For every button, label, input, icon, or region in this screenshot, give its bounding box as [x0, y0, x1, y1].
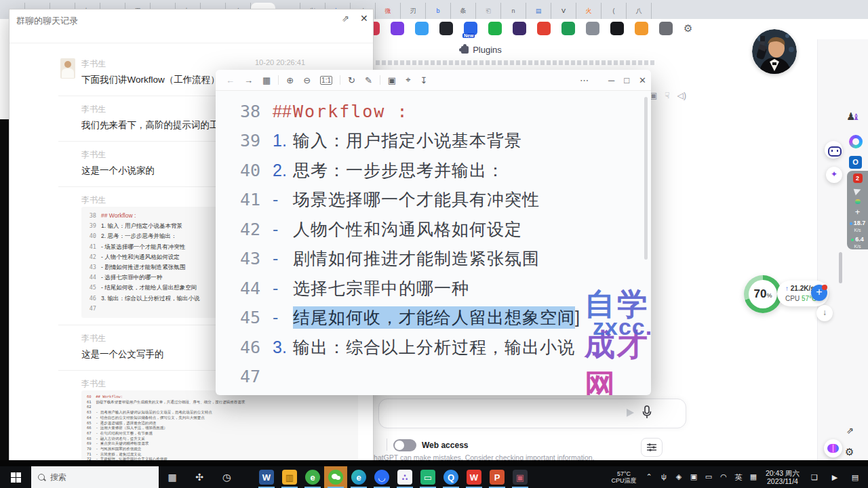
speaker-icon[interactable]: ◁) — [677, 91, 686, 100]
widget-plus-button[interactable]: + — [811, 285, 827, 301]
model-label: Plugins — [473, 45, 502, 55]
extension-icon[interactable] — [561, 22, 575, 35]
workflow-code-block-small: 60 ## Workflow: 61 协助下载希望要帮助用户生成精美的文章，共通… — [81, 390, 358, 472]
browser-tab[interactable]: V — [551, 3, 576, 19]
chevron-up-icon[interactable]: ⌃ — [642, 472, 656, 483]
powerpoint-taskbar-button[interactable]: P — [486, 466, 509, 488]
brain-extension-button[interactable] — [824, 439, 842, 458]
meeting-taskbar-button[interactable]: ∴ — [393, 466, 416, 488]
extension-icon[interactable] — [488, 22, 502, 35]
watermark-char: c — [618, 314, 632, 340]
browser-tab[interactable]: b — [426, 3, 451, 19]
extension-icon[interactable] — [586, 22, 599, 35]
shield-icon[interactable]: ◈ — [671, 472, 686, 483]
ime-grid-icon[interactable]: ▦ — [746, 472, 761, 483]
extension-icon[interactable]: New — [464, 22, 477, 35]
extensions-gear-icon[interactable]: ⚙ — [684, 22, 692, 35]
wps-taskbar-button[interactable]: W — [462, 466, 486, 488]
widgets-icon[interactable]: ✣ — [186, 466, 213, 488]
more-icon[interactable]: ⋯ — [580, 75, 589, 85]
collapse-down-button[interactable]: ↓ — [816, 305, 833, 321]
viewer-scrollbar[interactable] — [644, 97, 648, 260]
open-external-icon[interactable]: ⇗ — [846, 426, 854, 436]
close-icon[interactable]: ✕ — [639, 75, 646, 85]
browser-tab[interactable]: 火 — [576, 3, 601, 19]
maximize-icon[interactable]: □ — [624, 75, 629, 85]
microphone-icon[interactable] — [642, 405, 652, 422]
ocr-icon[interactable]: ⌖ — [406, 75, 410, 85]
web-access-toggle[interactable] — [393, 439, 416, 451]
notification-icon[interactable]: ❏ — [804, 473, 825, 482]
extension-icon[interactable] — [537, 22, 551, 35]
copilot-icon[interactable] — [849, 135, 863, 148]
copy-icon[interactable]: ▣ — [388, 75, 396, 85]
minimize-icon[interactable]: ─ — [608, 75, 614, 85]
forward-icon[interactable]: → — [244, 75, 253, 85]
line-number: 41 — [87, 242, 96, 252]
start-button[interactable] — [0, 466, 31, 488]
rotate-icon[interactable]: ↻ — [348, 75, 355, 85]
browser-tab[interactable]: 八 — [627, 3, 652, 19]
page-scrollbar[interactable] — [839, 252, 842, 283]
quark-browser-taskbar-button[interactable]: ◡ — [370, 466, 393, 488]
browser-tab[interactable]: ▤ — [526, 3, 551, 19]
clock-history-icon[interactable]: ◷ — [213, 466, 240, 488]
word-taskbar-button[interactable]: W — [255, 466, 278, 488]
wifi-icon[interactable]: ◠ — [716, 472, 731, 483]
browser-360-taskbar-button[interactable]: e — [301, 466, 324, 488]
microphone-icon[interactable]: ψ — [656, 472, 671, 483]
browser-tab[interactable]: ( — [601, 3, 627, 19]
task-view-icon[interactable]: ▦ — [159, 466, 186, 488]
line-number: 43 — [87, 262, 96, 272]
taskbar-clock[interactable]: 20:43 周六2023/11/4 — [761, 469, 804, 485]
lang-indicator[interactable]: 英 — [731, 472, 746, 483]
back-icon[interactable]: ← — [226, 75, 235, 85]
assistant-icon[interactable]: ▣ — [686, 472, 701, 483]
share-icon[interactable]: ⇗ — [342, 14, 349, 24]
extension-icon[interactable] — [610, 22, 624, 35]
file-explorer-taskbar-button[interactable]: ▥ — [278, 466, 301, 488]
close-icon[interactable]: ✕ — [360, 13, 368, 24]
extension-icon[interactable] — [439, 22, 453, 35]
qq-taskbar-button[interactable]: Q — [439, 466, 462, 488]
outlook-icon[interactable]: O — [849, 156, 862, 169]
battery-icon[interactable]: ▭ — [701, 472, 716, 483]
powerpoint-icon: P — [490, 470, 505, 485]
sparkles-button[interactable]: ✦ — [826, 167, 842, 183]
edit-icon[interactable]: ✎ — [365, 75, 372, 85]
line-text: - 结尾如何收，才能给人留出想象空间 — [101, 283, 197, 293]
screen-share-taskbar-button[interactable]: ▭ — [416, 466, 439, 488]
browser-tab[interactable]: 条 — [451, 3, 476, 19]
send-icon[interactable] — [627, 409, 634, 417]
actual-size-icon[interactable]: 1:1 — [320, 76, 332, 85]
cpu-temp-tray[interactable]: 57°CCPU温度 — [606, 470, 642, 484]
gear-icon[interactable]: ⚙ — [845, 446, 854, 458]
zoom-in-icon[interactable]: ⊕ — [286, 75, 294, 85]
browser-tab[interactable]: ⎗ — [476, 3, 501, 19]
extension-icon[interactable] — [415, 22, 429, 35]
extension-icon[interactable] — [659, 22, 673, 35]
notes-icon[interactable]: ▤ — [845, 473, 865, 482]
taskbar-search[interactable]: 搜索 — [31, 466, 159, 488]
model-selector[interactable]: Plugins — [414, 45, 549, 55]
extension-icon[interactable] — [635, 22, 648, 35]
edge-taskbar-button[interactable]: e — [347, 466, 370, 488]
download-icon[interactable]: ↧ — [420, 75, 427, 85]
video-popup-icon[interactable]: ▶ — [825, 473, 845, 482]
thumbnails-icon[interactable]: ▦ — [262, 75, 271, 85]
net-speed-panel[interactable]: 2 + 18.7K/s 6.4K/s — [847, 171, 868, 249]
browser-tab[interactable]: 刃 — [401, 3, 426, 19]
chat-input[interactable] — [378, 399, 686, 428]
recorder-taskbar-button[interactable]: ▣ — [509, 466, 532, 488]
cpu-usage-ring[interactable]: 70% — [744, 275, 782, 313]
extension-icon[interactable] — [513, 22, 526, 35]
browser-tab[interactable]: n — [501, 3, 526, 19]
thumbs-down-icon[interactable]: ☟ — [665, 91, 669, 100]
zoom-out-icon[interactable]: ⊖ — [303, 75, 311, 85]
chess-extension-icon[interactable]: ♟♝ — [846, 110, 860, 123]
settings-sliders-button[interactable] — [641, 438, 663, 457]
assistant-robot-button[interactable] — [825, 141, 842, 159]
extension-icon[interactable] — [391, 22, 404, 35]
wechat-taskbar-button[interactable] — [324, 466, 347, 488]
browser-tab[interactable]: 微 — [376, 3, 401, 19]
